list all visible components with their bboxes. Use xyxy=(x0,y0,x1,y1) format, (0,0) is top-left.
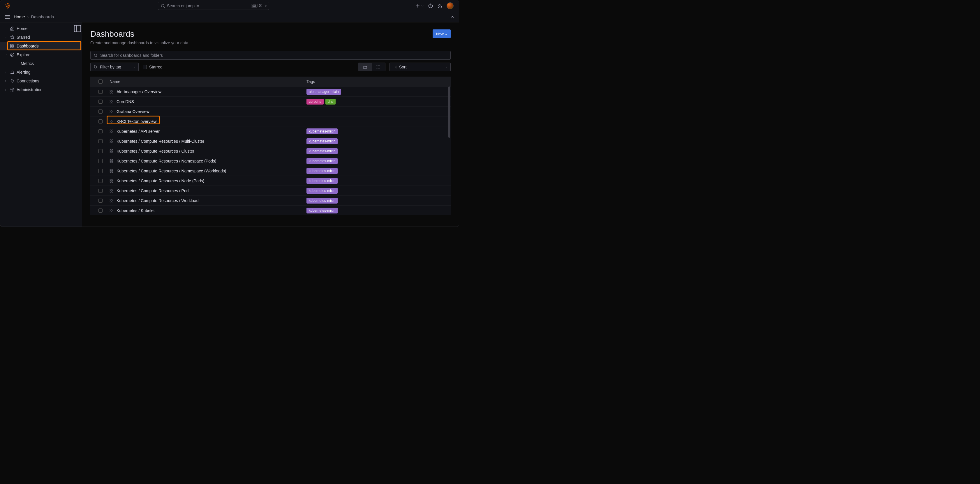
tag-badge[interactable]: kubernetes-mixin xyxy=(307,129,338,134)
filter-by-tag[interactable]: Filter by tag ⌄ xyxy=(90,63,138,71)
dashboard-search[interactable]: Search for dashboards and folders xyxy=(90,51,451,60)
dashboard-name: CoreDNS xyxy=(116,99,134,104)
table-row[interactable]: Kubernetes / Compute Resources / Namespa… xyxy=(90,166,451,176)
dashboard-icon xyxy=(110,159,114,163)
dashboard-icon xyxy=(110,100,114,104)
view-toggle xyxy=(358,63,385,71)
sort-select[interactable]: Sort ⌄ xyxy=(390,63,451,71)
tag-badge[interactable]: kubernetes-mixin xyxy=(307,168,338,174)
sidebar-item-alerting[interactable]: Alerting xyxy=(0,68,82,76)
svg-rect-62 xyxy=(112,159,113,160)
table-header: Name Tags xyxy=(90,76,451,86)
table-row[interactable]: Kubernetes / Compute Resources / Multi-C… xyxy=(90,136,451,146)
rss-icon[interactable] xyxy=(437,3,442,8)
header-name[interactable]: Name xyxy=(108,79,307,84)
dashboard-name: Kubernetes / Compute Resources / Node (P… xyxy=(116,179,204,183)
row-checkbox[interactable] xyxy=(99,139,103,143)
row-checkbox[interactable] xyxy=(99,169,103,173)
sidebar-item-dashboards[interactable]: Dashboards xyxy=(0,42,82,51)
row-checkbox[interactable] xyxy=(99,100,103,104)
tag-badge[interactable]: kubernetes-mixin xyxy=(307,148,338,154)
table-row[interactable]: Kubernetes / Compute Resources / Namespa… xyxy=(90,156,451,166)
tag-badge[interactable]: kubernetes-mixin xyxy=(307,188,338,194)
table-row[interactable]: Kubernetes / Compute Resources / Podkube… xyxy=(90,186,451,195)
user-avatar[interactable] xyxy=(447,2,453,10)
tag-badge[interactable]: coredns xyxy=(307,99,324,105)
row-checkbox[interactable] xyxy=(99,119,103,124)
search-shortcut: ⌨ ⌘+k xyxy=(251,4,267,8)
tag-badge[interactable]: kubernetes-mixin xyxy=(307,208,338,213)
sidebar-item-explore[interactable]: Explore xyxy=(0,51,82,59)
nav-label: Connections xyxy=(17,79,82,83)
global-search[interactable]: Search or jump to... ⌨ ⌘+k xyxy=(158,2,269,10)
row-checkbox[interactable] xyxy=(99,198,103,203)
table-row[interactable]: Kubernetes / Kubeletkubernetes-mixin xyxy=(90,205,451,215)
row-checkbox[interactable] xyxy=(99,109,103,114)
tag-badge[interactable]: kubernetes-mixin xyxy=(307,178,338,184)
row-checkbox[interactable] xyxy=(99,129,103,133)
svg-rect-33 xyxy=(110,90,111,91)
breadcrumb-current[interactable]: Dashboards xyxy=(31,14,54,19)
dashboard-icon xyxy=(110,189,114,193)
svg-rect-74 xyxy=(112,189,113,190)
svg-rect-47 xyxy=(110,122,111,123)
dock-icon[interactable] xyxy=(73,24,82,33)
table-row[interactable]: Kubernetes / Compute Resources / Node (P… xyxy=(90,176,451,186)
row-checkbox[interactable] xyxy=(99,90,103,94)
svg-rect-61 xyxy=(110,159,111,160)
table-row[interactable]: Kubernetes / Compute Resources / Workloa… xyxy=(90,195,451,205)
svg-rect-14 xyxy=(11,44,12,46)
sidebar-item-home[interactable]: Home xyxy=(0,24,82,33)
header-tags[interactable]: Tags xyxy=(307,79,451,84)
grafana-logo[interactable] xyxy=(4,2,12,10)
tag-icon xyxy=(94,65,98,69)
tag-badge[interactable]: dns xyxy=(325,99,336,105)
starred-filter[interactable]: Starred xyxy=(143,65,162,69)
sidebar-item-connections[interactable]: Connections xyxy=(0,76,82,85)
view-folders[interactable] xyxy=(358,63,372,71)
svg-rect-82 xyxy=(112,209,113,210)
table-row[interactable]: Kubernetes / Compute Resources / Cluster… xyxy=(90,146,451,156)
breadcrumb-home[interactable]: Home xyxy=(14,14,25,19)
nav-label: Metrics xyxy=(21,61,82,66)
tag-badge[interactable]: alertmanager-mixin xyxy=(307,89,341,95)
menu-toggle[interactable] xyxy=(4,13,11,21)
add-button[interactable] xyxy=(415,3,424,8)
row-checkbox[interactable] xyxy=(99,179,103,183)
nav-label: Dashboards xyxy=(17,44,82,48)
select-all-checkbox[interactable] xyxy=(99,79,103,84)
sidebar-item-administration[interactable]: Administration xyxy=(0,85,82,94)
checkbox[interactable] xyxy=(143,65,147,69)
table-row[interactable]: Kubernetes / API serverkubernetes-mixin xyxy=(90,126,451,136)
search-icon xyxy=(161,3,165,8)
scrollbar-thumb[interactable] xyxy=(448,86,450,138)
sidebar-item-metrics[interactable]: Metrics xyxy=(0,59,82,68)
help-icon[interactable] xyxy=(428,3,433,8)
svg-point-28 xyxy=(377,67,377,67)
table-row[interactable]: Grafana Overview xyxy=(90,106,451,116)
tag-badge[interactable]: kubernetes-mixin xyxy=(307,158,338,164)
tag-badge[interactable]: kubernetes-mixin xyxy=(307,138,338,144)
table-row[interactable]: CoreDNScorednsdns xyxy=(90,97,451,106)
row-checkbox[interactable] xyxy=(99,208,103,213)
dashboard-name: Kubernetes / API server xyxy=(116,129,160,134)
row-checkbox[interactable] xyxy=(99,189,103,193)
view-list[interactable] xyxy=(372,63,385,71)
row-checkbox[interactable] xyxy=(99,149,103,153)
sidebar-item-starred[interactable]: Starred xyxy=(0,33,82,42)
chevron-down-icon: ⌄ xyxy=(445,32,447,35)
nav-label: Administration xyxy=(17,87,82,92)
table-row[interactable]: Alertmanager / Overviewalertmanager-mixi… xyxy=(90,86,451,97)
table-row[interactable]: KRCI Tekton overview xyxy=(90,116,451,126)
svg-rect-48 xyxy=(112,122,113,123)
svg-rect-78 xyxy=(112,199,113,200)
row-checkbox[interactable] xyxy=(99,159,103,163)
dashboard-name: Kubernetes / Compute Resources / Multi-C… xyxy=(116,139,204,144)
tag-badge[interactable]: kubernetes-mixin xyxy=(307,198,338,203)
new-button[interactable]: New ⌄ xyxy=(433,29,451,38)
svg-line-22 xyxy=(96,56,97,57)
bell-icon xyxy=(8,70,17,75)
home-icon xyxy=(8,26,17,31)
svg-rect-55 xyxy=(110,141,111,143)
collapse-panel-icon[interactable] xyxy=(450,14,455,20)
